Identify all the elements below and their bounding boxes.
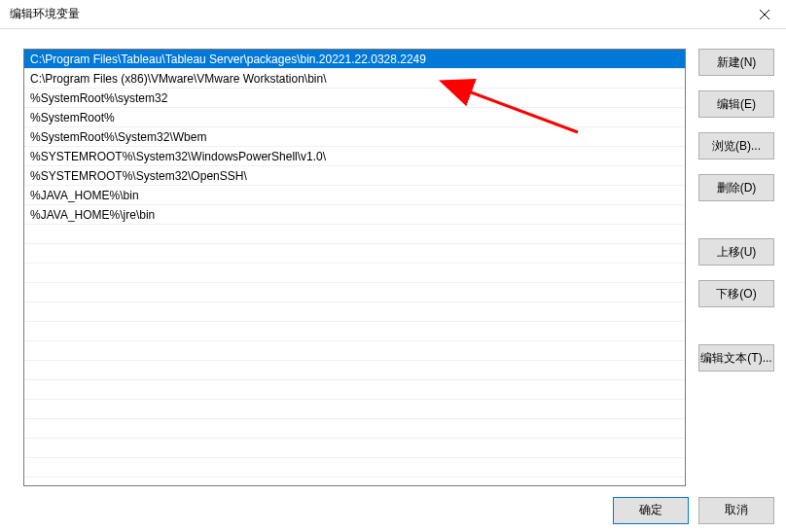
path-entry[interactable]: %JAVA_HOME%\bin — [24, 186, 685, 205]
path-entry — [24, 458, 685, 478]
path-entry[interactable]: %SystemRoot%\System32\Wbem — [24, 127, 685, 147]
cancel-button[interactable]: 取消 — [698, 497, 774, 524]
path-entry — [24, 400, 685, 419]
titlebar: 编辑环境变量 — [0, 0, 786, 29]
window-title: 编辑环境变量 — [10, 6, 80, 22]
path-entry[interactable]: %SYSTEMROOT%\System32\OpenSSH\ — [24, 166, 685, 186]
edit-text-button[interactable]: 编辑文本(T)... — [698, 344, 774, 372]
path-entry — [24, 380, 685, 400]
dialog-content: C:\Program Files\Tableau\Tableau Server\… — [0, 29, 786, 488]
side-button-panel: 新建(N) 编辑(E) 浏览(B)... 删除(D) 上移(U) 下移(O) 编… — [698, 49, 774, 372]
path-entry[interactable]: %SystemRoot%\system32 — [24, 89, 685, 108]
path-entry — [24, 439, 685, 458]
path-entry[interactable]: %JAVA_HOME%\jre\bin — [24, 205, 685, 225]
path-entry — [24, 322, 685, 341]
new-button[interactable]: 新建(N) — [698, 49, 774, 76]
path-entry — [24, 341, 685, 361]
path-entry[interactable]: C:\Program Files (x86)\VMware\VMware Wor… — [24, 69, 685, 89]
delete-button[interactable]: 删除(D) — [698, 174, 774, 201]
browse-button[interactable]: 浏览(B)... — [698, 132, 774, 160]
move-up-button[interactable]: 上移(U) — [698, 238, 774, 266]
move-down-button[interactable]: 下移(O) — [698, 280, 774, 307]
close-button[interactable] — [742, 0, 786, 29]
path-entry — [24, 302, 685, 322]
path-entry — [24, 419, 685, 439]
ok-button[interactable]: 确定 — [613, 497, 689, 524]
path-entry[interactable]: C:\Program Files\Tableau\Tableau Server\… — [24, 50, 685, 69]
close-icon — [760, 10, 769, 19]
path-entry — [24, 283, 685, 302]
path-entry[interactable]: %SYSTEMROOT%\System32\WindowsPowerShell\… — [24, 147, 685, 166]
path-entry[interactable]: %SystemRoot% — [24, 108, 685, 127]
path-entry — [24, 264, 685, 283]
path-listbox[interactable]: C:\Program Files\Tableau\Tableau Server\… — [23, 49, 686, 486]
path-entry — [24, 225, 685, 244]
bottom-bar: 确定 取消 — [0, 488, 786, 532]
path-entry — [24, 361, 685, 380]
edit-button[interactable]: 编辑(E) — [698, 90, 774, 118]
path-entry — [24, 244, 685, 264]
